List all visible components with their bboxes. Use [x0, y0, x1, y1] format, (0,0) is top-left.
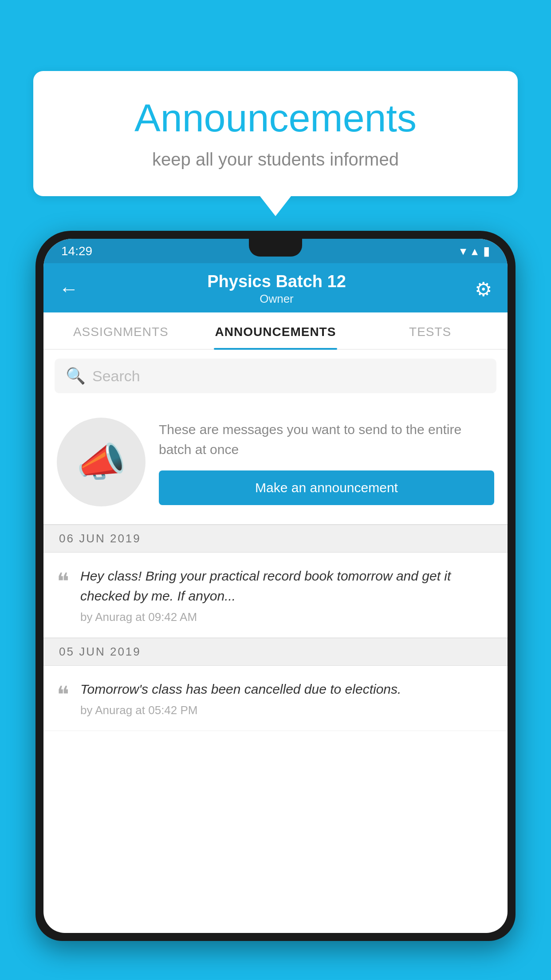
quote-icon-1: ❝ — [57, 568, 69, 595]
date-separator-2: 05 JUN 2019 — [43, 638, 508, 666]
announcement-item-2[interactable]: ❝ Tomorrow's class has been cancelled du… — [43, 666, 508, 731]
announcement-text-1: Hey class! Bring your practical record b… — [80, 566, 494, 606]
quote-icon-2: ❝ — [57, 681, 69, 708]
promo-description: These are messages you want to send to t… — [159, 419, 494, 459]
phone-outer: 14:29 ▾ ▴ ▮ ← Physics Batch 12 Owner ⚙ — [35, 231, 516, 941]
promo-right: These are messages you want to send to t… — [159, 419, 494, 505]
battery-icon: ▮ — [483, 244, 490, 258]
search-container: 🔍 Search — [43, 350, 508, 402]
announcement-meta-2: by Anurag at 05:42 PM — [80, 703, 494, 717]
announcement-item-1[interactable]: ❝ Hey class! Bring your practical record… — [43, 553, 508, 638]
search-placeholder: Search — [92, 368, 140, 385]
signal-icon: ▴ — [472, 244, 478, 258]
speech-bubble-section: Announcements keep all your students inf… — [33, 71, 518, 216]
status-icons: ▾ ▴ ▮ — [460, 244, 490, 258]
speech-bubble: Announcements keep all your students inf… — [33, 71, 518, 196]
status-time: 14:29 — [61, 244, 92, 258]
tab-tests[interactable]: TESTS — [353, 312, 508, 349]
promo-section: 📣 These are messages you want to send to… — [43, 402, 508, 525]
app-header: ← Physics Batch 12 Owner ⚙ — [43, 263, 508, 312]
announcement-meta-1: by Anurag at 09:42 AM — [80, 610, 494, 624]
megaphone-icon: 📣 — [76, 439, 126, 486]
header-title: Physics Batch 12 — [207, 272, 346, 291]
tab-assignments[interactable]: ASSIGNMENTS — [43, 312, 198, 349]
announcement-content-2: Tomorrow's class has been cancelled due … — [80, 679, 494, 717]
phone-notch — [249, 239, 302, 257]
date-separator-1: 06 JUN 2019 — [43, 525, 508, 553]
speech-bubble-arrow — [260, 196, 291, 216]
phone-container: 14:29 ▾ ▴ ▮ ← Physics Batch 12 Owner ⚙ — [35, 231, 516, 980]
bubble-subtitle: keep all your students informed — [60, 150, 491, 170]
tab-announcements[interactable]: ANNOUNCEMENTS — [198, 312, 353, 349]
back-button[interactable]: ← — [59, 278, 79, 300]
search-bar[interactable]: 🔍 Search — [55, 359, 496, 393]
promo-icon-circle: 📣 — [57, 418, 146, 506]
announcement-content-1: Hey class! Bring your practical record b… — [80, 566, 494, 624]
settings-icon[interactable]: ⚙ — [475, 278, 492, 300]
tabs-container: ASSIGNMENTS ANNOUNCEMENTS TESTS — [43, 312, 508, 350]
announcement-text-2: Tomorrow's class has been cancelled due … — [80, 679, 494, 699]
header-center: Physics Batch 12 Owner — [207, 272, 346, 306]
header-subtitle: Owner — [207, 292, 346, 306]
make-announcement-button[interactable]: Make an announcement — [159, 470, 494, 505]
search-icon: 🔍 — [66, 367, 86, 385]
wifi-icon: ▾ — [460, 244, 466, 258]
phone-screen: 14:29 ▾ ▴ ▮ ← Physics Batch 12 Owner ⚙ — [43, 239, 508, 933]
bubble-title: Announcements — [60, 95, 491, 141]
